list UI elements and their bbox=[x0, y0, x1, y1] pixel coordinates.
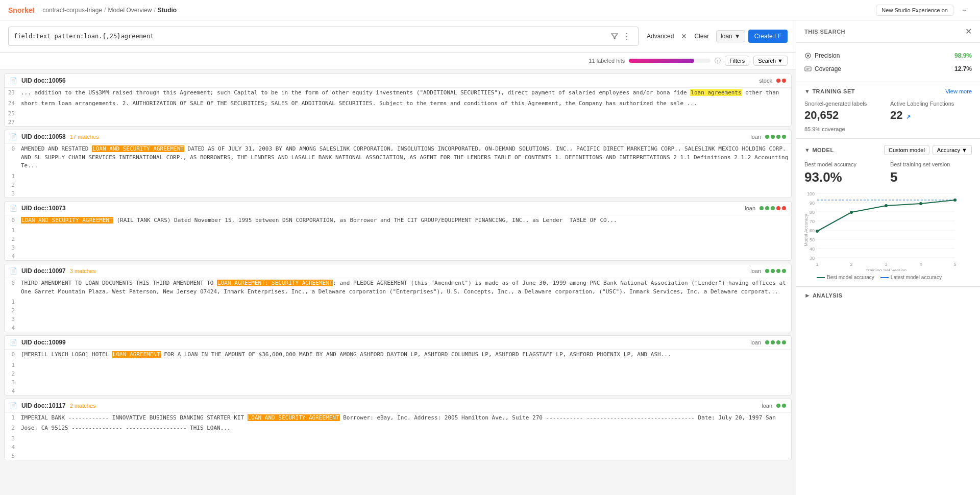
label-tag: loan bbox=[745, 205, 755, 211]
svg-rect-2 bbox=[805, 67, 811, 71]
line-content bbox=[19, 181, 791, 188]
close-icon[interactable]: ✕ bbox=[681, 32, 687, 40]
line-number: 2 bbox=[5, 424, 19, 433]
card-header: 📄 UID doc::10058 17 matches loan bbox=[5, 130, 791, 144]
line-number: 1 bbox=[5, 413, 19, 423]
line-row: 5 bbox=[5, 451, 791, 460]
line-row: 0 THIRD AMENDMENT TO LOAN DOCUMENTS THIS… bbox=[5, 278, 791, 297]
best-training-value: 5 bbox=[890, 169, 972, 185]
right-panel: THIS SEARCH ✕ Precision 98.9% bbox=[796, 20, 980, 495]
training-set-section: ▼ TRAINING SET View more Snorkel-generat… bbox=[796, 82, 980, 139]
line-content bbox=[19, 361, 791, 368]
line-row: 4 bbox=[5, 323, 791, 332]
line-number: 1 bbox=[5, 361, 19, 368]
svg-text:Model Accuracy: Model Accuracy bbox=[804, 214, 808, 246]
card-body: 0 [MERRILL LYNCH LOGO] HOTEL LOAN AGREEM… bbox=[5, 350, 791, 395]
uid-text: UID doc::10058 bbox=[21, 133, 66, 140]
active-lf-label: Active Labeling Functions bbox=[890, 101, 972, 107]
search-input-container[interactable]: field:text pattern:loan.{,25}agreement ⋮ bbox=[8, 27, 639, 46]
panel-close-icon[interactable]: ✕ bbox=[965, 27, 972, 36]
legend-latest-label: Latest model accuracy bbox=[891, 275, 942, 280]
line-content: THIRD AMENDMENT TO LOAN DOCUMENTS THIS T… bbox=[19, 279, 791, 296]
line-row: 1 bbox=[5, 226, 791, 234]
new-studio-button[interactable]: New Studio Experience on bbox=[876, 5, 953, 16]
card-header: 📄 UID doc::10073 loan bbox=[5, 202, 791, 215]
clear-button[interactable]: Clear bbox=[690, 31, 713, 42]
analysis-title: ANALYSIS bbox=[813, 292, 843, 299]
training-set-title[interactable]: ▼ TRAINING SET bbox=[804, 88, 855, 94]
line-content bbox=[19, 369, 791, 377]
line-row: 0 AMENDED AND RESTATED LOAN AND SECURITY… bbox=[5, 144, 791, 171]
highlight-text: loan agreements bbox=[690, 89, 742, 96]
line-number: 2 bbox=[5, 235, 19, 242]
card-body: 1 IMPERIAL BANK ------------ INNOVATIVE … bbox=[5, 413, 791, 460]
advanced-button[interactable]: Advanced bbox=[643, 31, 678, 42]
info-icon[interactable]: ⓘ bbox=[715, 57, 721, 65]
coverage-row: Coverage 12.7% bbox=[804, 62, 972, 76]
card-header: 📄 UID doc::10056 stock bbox=[5, 74, 791, 88]
label-dot bbox=[760, 206, 764, 210]
line-row: 2 Jose, CA 95125 --------------- -------… bbox=[5, 423, 791, 434]
model-title[interactable]: ▼ MODEL bbox=[804, 147, 834, 153]
breadcrumb: contract-corpus-triage / Model Overview … bbox=[42, 7, 177, 14]
label-dot bbox=[765, 206, 769, 210]
search-query-text: field:text pattern:loan.{,25}agreement bbox=[14, 33, 608, 40]
label-dot bbox=[776, 206, 780, 210]
line-row: 27 bbox=[5, 117, 791, 126]
active-lf-value: 22 ↗ bbox=[890, 109, 972, 122]
label-dot bbox=[776, 404, 780, 408]
create-lf-button[interactable]: Create LF bbox=[748, 30, 788, 43]
svg-text:100: 100 bbox=[807, 191, 815, 196]
matches-badge: 17 matches bbox=[70, 134, 99, 140]
custom-model-button[interactable]: Custom model bbox=[884, 145, 929, 155]
svg-point-25 bbox=[919, 202, 922, 205]
line-content bbox=[19, 378, 791, 386]
loan-dropdown[interactable]: loan ▼ bbox=[716, 30, 745, 42]
breadcrumb-model[interactable]: Model Overview bbox=[108, 7, 152, 14]
svg-point-1 bbox=[807, 55, 809, 57]
breadcrumb-sep-2: / bbox=[154, 7, 155, 14]
breadcrumb-corpus[interactable]: contract-corpus-triage bbox=[42, 7, 102, 14]
svg-text:50: 50 bbox=[810, 237, 815, 242]
svg-text:90: 90 bbox=[810, 201, 815, 206]
line-number: 3 bbox=[5, 189, 19, 197]
legend-best: Best model accuracy bbox=[817, 275, 874, 280]
search-dropdown-arrow: ▼ bbox=[777, 58, 783, 64]
active-lf-link[interactable]: ↗ bbox=[906, 114, 911, 120]
line-content: AMENDED AND RESTATED LOAN AND SECURITY A… bbox=[19, 144, 791, 171]
best-accuracy-value: 93.0% bbox=[804, 169, 886, 185]
filters-button[interactable]: Filters bbox=[725, 56, 749, 66]
legend-best-label: Best model accuracy bbox=[827, 275, 874, 280]
line-row: 2 bbox=[5, 369, 791, 378]
panel-title: THIS SEARCH bbox=[804, 29, 845, 35]
accuracy-dropdown[interactable]: Accuracy ▼ bbox=[933, 145, 972, 155]
analysis-header[interactable]: ► ANALYSIS bbox=[804, 292, 972, 299]
line-row: 25 bbox=[5, 109, 791, 117]
card-body: 0 AMENDED AND RESTATED LOAN AND SECURITY… bbox=[5, 144, 791, 197]
best-accuracy-label: Best model accuracy bbox=[804, 161, 886, 167]
top-navigation: SnorkeI contract-corpus-triage / Model O… bbox=[0, 0, 980, 20]
breadcrumb-sep-1: / bbox=[104, 7, 106, 14]
card-header: 📄 UID doc::10117 2 matches loan bbox=[5, 399, 791, 413]
this-search-section: Precision 98.9% Coverage 12.7% bbox=[796, 43, 980, 82]
exit-icon[interactable]: → bbox=[958, 3, 972, 17]
label-dot bbox=[771, 269, 775, 273]
label-dot bbox=[782, 135, 786, 139]
document-icon: 📄 bbox=[10, 267, 17, 275]
view-more-button[interactable]: View more bbox=[945, 88, 972, 94]
left-panel: field:text pattern:loan.{,25}agreement ⋮… bbox=[0, 20, 796, 495]
training-set-header: ▼ TRAINING SET View more bbox=[804, 88, 972, 94]
accuracy-chart: 100 90 80 70 60 50 40 30 bbox=[804, 189, 972, 280]
search-button[interactable]: Search ▼ bbox=[753, 56, 788, 66]
caret-icon: ▼ bbox=[804, 88, 810, 94]
filter-icon[interactable] bbox=[608, 30, 621, 42]
label-dot bbox=[776, 340, 780, 344]
line-content bbox=[19, 324, 791, 331]
line-content bbox=[19, 172, 791, 180]
svg-point-23 bbox=[850, 211, 853, 214]
line-number: 1 bbox=[5, 298, 19, 305]
more-options-icon[interactable]: ⋮ bbox=[621, 30, 633, 42]
analysis-section: ► ANALYSIS bbox=[796, 287, 980, 304]
line-row: 2 bbox=[5, 234, 791, 243]
panel-header: THIS SEARCH ✕ bbox=[796, 20, 980, 43]
